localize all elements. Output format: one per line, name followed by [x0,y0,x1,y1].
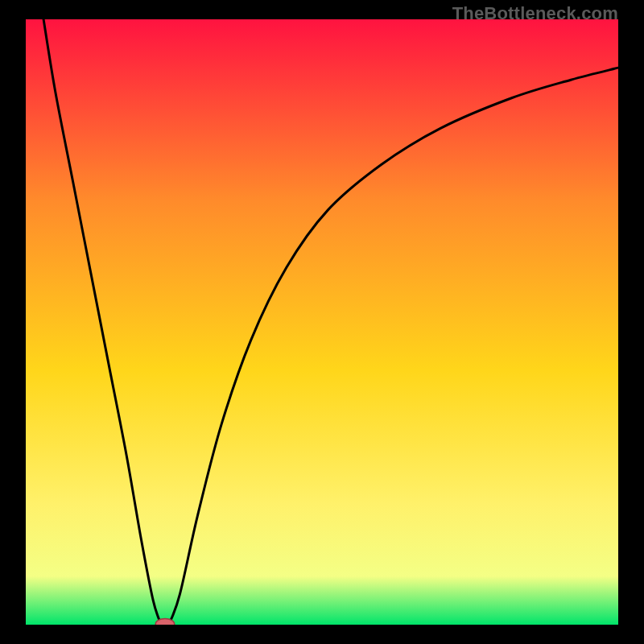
frame-border-bottom [0,625,644,644]
plot-background [26,19,618,625]
frame-border-left [0,0,26,644]
chart-frame: TheBottleneck.com [0,0,644,644]
chart-svg [0,0,644,644]
frame-border-top [0,0,644,19]
frame-border-right [618,0,644,644]
